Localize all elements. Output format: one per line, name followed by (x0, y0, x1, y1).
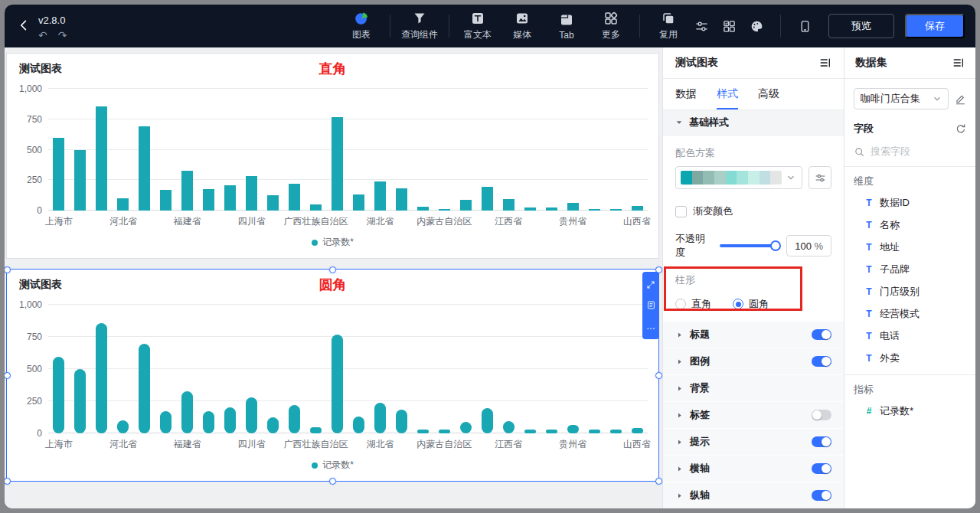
bar[interactable] (289, 184, 300, 211)
bar[interactable] (181, 391, 193, 433)
bar[interactable] (567, 203, 579, 211)
bar[interactable] (203, 189, 214, 211)
tool-funnel[interactable]: 查询组件 (397, 11, 443, 41)
dimension-field-子品牌[interactable]: T子品牌 (844, 258, 975, 280)
toggle-on[interactable] (812, 329, 831, 340)
style-section-标题[interactable]: 标题 (663, 322, 844, 348)
style-section-图例[interactable]: 图例 (663, 348, 844, 375)
opacity-input[interactable]: 100 % (786, 235, 831, 256)
opacity-slider[interactable] (720, 244, 779, 247)
layout-icon[interactable] (719, 16, 739, 36)
chart-legend[interactable]: 记录数* (7, 459, 658, 472)
dataset-select[interactable]: 咖啡门店合集 (854, 88, 949, 109)
bar[interactable] (267, 417, 279, 433)
resize-handle[interactable] (655, 478, 662, 485)
bar[interactable] (332, 117, 343, 211)
bar[interactable] (246, 397, 257, 433)
tab-高级[interactable]: 高级 (758, 79, 779, 109)
collapse-panel-icon[interactable] (952, 57, 965, 69)
bar[interactable] (289, 405, 300, 433)
tab-数据[interactable]: 数据 (675, 79, 697, 109)
chart-card-square[interactable]: 测试图表直角02505007501,000上海市河北省福建省四川省广西壮族自治区… (6, 53, 659, 259)
dashboard-canvas[interactable]: 测试图表直角02505007501,000上海市河北省福建省四川省广西壮族自治区… (5, 47, 662, 508)
bar[interactable] (482, 408, 493, 433)
color-scheme-select[interactable] (675, 166, 802, 189)
toggle-off[interactable] (812, 410, 831, 420)
more-actions-icon[interactable]: … (645, 320, 657, 332)
bar[interactable] (610, 430, 622, 433)
bar[interactable] (224, 185, 236, 211)
tool-more[interactable]: 更多 (589, 11, 633, 41)
dimension-field-门店级别[interactable]: T门店级别 (844, 280, 975, 302)
bar[interactable] (353, 194, 364, 211)
bar[interactable] (310, 427, 322, 433)
bar[interactable] (417, 430, 429, 433)
bar[interactable] (610, 209, 622, 211)
dimension-field-经营模式[interactable]: T经营模式 (844, 302, 975, 325)
gradient-checkbox-row[interactable]: 渐变颜色 (675, 204, 831, 218)
tune-icon[interactable] (691, 16, 711, 36)
gradient-checkbox[interactable] (675, 206, 687, 217)
bar[interactable] (632, 206, 643, 211)
refresh-fields-icon[interactable] (956, 123, 966, 134)
dimension-field-数据ID[interactable]: T数据ID (844, 191, 975, 214)
undo-icon[interactable]: ↶ (38, 30, 47, 41)
bar[interactable] (503, 421, 514, 433)
quota-field-记录数*[interactable]: #记录数* (844, 400, 975, 422)
expand-icon[interactable] (645, 279, 657, 291)
chart-card-rounded[interactable]: 测试图表圆角02505007501,000上海市河北省福建省四川省广西壮族自治区… (6, 269, 659, 482)
tool-richtext[interactable]: 富文本 (456, 11, 500, 41)
bar[interactable] (224, 407, 236, 433)
radio-checked[interactable] (733, 299, 743, 309)
bar[interactable] (546, 430, 557, 433)
radio-unchecked[interactable] (675, 299, 686, 309)
bar[interactable] (139, 344, 150, 433)
resize-handle[interactable] (5, 478, 11, 485)
bar[interactable] (353, 417, 364, 433)
bar[interactable] (96, 323, 107, 433)
resize-handle[interactable] (329, 478, 336, 485)
bar[interactable] (53, 357, 64, 433)
tool-media[interactable]: 媒体 (500, 11, 544, 41)
style-section-横轴[interactable]: 横轴 (663, 456, 844, 482)
note-icon[interactable] (645, 299, 657, 312)
bar[interactable] (74, 369, 86, 433)
bar[interactable] (53, 138, 64, 211)
tool-tab[interactable]: Tab (544, 12, 589, 41)
bar[interactable] (503, 199, 514, 211)
bar[interactable] (374, 403, 386, 433)
bar[interactable] (117, 198, 129, 211)
dimension-field-名称[interactable]: T名称 (844, 214, 975, 236)
section-base-style[interactable]: 基础样式 (663, 109, 844, 136)
collapse-panel-icon[interactable] (819, 57, 831, 69)
style-section-背景[interactable]: 背景 (663, 375, 844, 402)
toggle-on[interactable] (812, 436, 831, 447)
bar[interactable] (246, 176, 257, 211)
bar[interactable] (160, 190, 172, 211)
mobile-icon[interactable] (795, 16, 815, 36)
bar[interactable] (96, 106, 107, 211)
dimension-field-电话[interactable]: T电话 (844, 325, 975, 347)
chart-legend[interactable]: 记录数* (7, 236, 658, 249)
resize-handle[interactable] (5, 266, 11, 273)
save-button[interactable]: 保存 (905, 14, 965, 38)
bar[interactable] (589, 430, 600, 433)
bar[interactable] (546, 207, 557, 211)
style-section-提示[interactable]: 提示 (663, 429, 844, 456)
bar[interactable] (267, 195, 279, 211)
back-button[interactable] (15, 12, 32, 38)
bar[interactable] (439, 209, 450, 211)
toggle-on[interactable] (812, 463, 831, 474)
search-fields-input[interactable]: 搜索字段 (854, 145, 966, 158)
bar[interactable] (74, 150, 86, 211)
edit-dataset-icon[interactable] (955, 93, 966, 105)
preview-button[interactable]: 预览 (828, 14, 894, 38)
radio-option-直角[interactable]: 直角 (675, 297, 711, 311)
bar[interactable] (396, 188, 407, 211)
bar[interactable] (524, 430, 536, 433)
style-section-纵轴[interactable]: 纵轴 (663, 482, 844, 508)
resize-handle[interactable] (5, 372, 11, 379)
resize-handle[interactable] (329, 266, 336, 273)
bar[interactable] (460, 422, 472, 433)
bar[interactable] (160, 411, 172, 433)
